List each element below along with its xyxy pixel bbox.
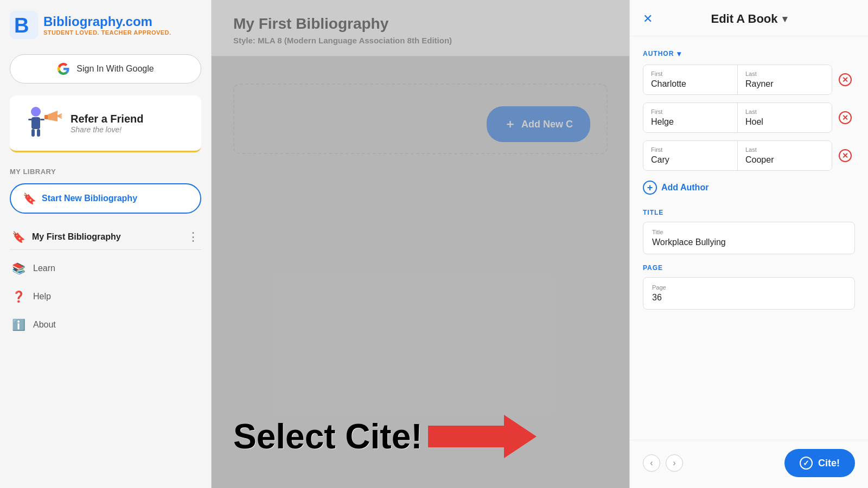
page-field-value: 36 xyxy=(652,293,846,303)
sign-in-label: Sign In With Google xyxy=(76,64,154,74)
overlay xyxy=(212,0,629,488)
author-3-last-value: Cooper xyxy=(745,155,824,165)
bookmark-icon: 🔖 xyxy=(23,192,36,205)
nav-about-label: About xyxy=(33,320,56,330)
help-icon: ❓ xyxy=(12,290,25,303)
right-panel: ✕ Edit A Book ▾ AUTHOR ▾ First Charlotte… xyxy=(629,0,868,488)
about-icon: ℹ️ xyxy=(12,318,25,331)
author-1-last-value: Rayner xyxy=(745,79,824,89)
svg-text:B: B xyxy=(14,14,29,37)
page-field-label: Page xyxy=(652,284,846,291)
logo-main-text: Bibliography.com xyxy=(43,14,171,29)
page-input-box[interactable]: Page 36 xyxy=(643,277,855,310)
author-row-3: First Cary Last Cooper ✕ xyxy=(643,140,855,171)
svg-rect-4 xyxy=(28,119,33,120)
remove-author-2-button[interactable]: ✕ xyxy=(835,102,855,133)
bibliography-item[interactable]: 🔖 My First Bibliography ⋮ xyxy=(10,224,201,250)
author-2-last-value: Hoel xyxy=(745,117,824,127)
nav-help-label: Help xyxy=(33,292,51,301)
author-3-last-label: Last xyxy=(745,146,824,153)
sign-in-button[interactable]: Sign In With Google xyxy=(10,54,201,84)
svg-rect-9 xyxy=(44,115,48,119)
next-page-button[interactable]: › xyxy=(666,454,683,472)
panel-body: AUTHOR ▾ First Charlotte Last Rayner ✕ xyxy=(630,36,868,440)
close-icon: ✕ xyxy=(643,12,653,25)
pagination-controls: ‹ › xyxy=(643,454,683,472)
nav-learn-label: Learn xyxy=(33,264,55,273)
author-2-first-label: First xyxy=(651,108,730,115)
svg-rect-5 xyxy=(40,119,44,120)
author-2-last-label: Last xyxy=(745,108,824,115)
sidebar: B Bibliography.com STUDENT LOVED. TEACHE… xyxy=(0,0,212,488)
nav-help[interactable]: ❓ Help xyxy=(10,282,201,311)
author-1-last-label: Last xyxy=(745,70,824,77)
svg-rect-3 xyxy=(31,117,40,129)
start-new-bibliography-button[interactable]: 🔖 Start New Bibliography xyxy=(10,183,201,214)
panel-header: ✕ Edit A Book ▾ xyxy=(630,0,868,36)
bib-item-label: My First Bibliography xyxy=(32,232,121,242)
add-author-icon: + xyxy=(643,181,657,195)
add-author-label: Add Author xyxy=(661,183,709,192)
svg-point-2 xyxy=(31,107,41,117)
refer-banner[interactable]: Refer a Friend Share the love! xyxy=(10,95,201,152)
cite-button[interactable]: ✓ Cite! xyxy=(784,449,855,477)
svg-rect-7 xyxy=(37,129,40,137)
logo-icon: B xyxy=(10,11,38,39)
panel-title: Edit A Book ▾ xyxy=(711,12,787,26)
remove-author-3-button[interactable]: ✕ xyxy=(835,140,855,171)
author-1-first-value: Charlotte xyxy=(651,79,730,89)
panel-title-text: Edit A Book xyxy=(711,12,777,26)
title-field-value: Workplace Bullying xyxy=(652,237,846,247)
learn-icon: 📚 xyxy=(12,262,25,275)
author-row-2: First Helge Last Hoel ✕ xyxy=(643,102,855,133)
author-3-last-field[interactable]: Last Cooper xyxy=(738,141,832,170)
author-2-first-value: Helge xyxy=(651,117,730,127)
bib-bookmark-icon: 🔖 xyxy=(12,230,25,243)
cite-label: Cite! xyxy=(818,458,840,469)
panel-footer: ‹ › ✓ Cite! xyxy=(630,440,868,488)
title-field-label: Title xyxy=(652,229,846,235)
prev-page-button[interactable]: ‹ xyxy=(643,454,660,472)
author-3-first-value: Cary xyxy=(651,155,730,165)
close-button[interactable]: ✕ xyxy=(643,12,653,26)
remove-author-1-button[interactable]: ✕ xyxy=(835,65,855,95)
cite-check-icon: ✓ xyxy=(800,457,813,470)
my-library-label: MY LIBRARY xyxy=(10,168,201,176)
title-input-box[interactable]: Title Workplace Bullying xyxy=(643,222,855,254)
author-3-first-field[interactable]: First Cary xyxy=(643,141,738,170)
dropdown-icon[interactable]: ▾ xyxy=(782,13,787,25)
nav-learn[interactable]: 📚 Learn xyxy=(10,254,201,282)
author-1-last-field[interactable]: Last Rayner xyxy=(738,65,832,94)
author-3-first-label: First xyxy=(651,146,730,153)
author-2-first-field[interactable]: First Helge xyxy=(643,103,738,132)
remove-icon-3: ✕ xyxy=(839,149,852,162)
page-section-label: PAGE xyxy=(643,264,855,272)
start-new-label: Start New Bibliography xyxy=(42,194,137,203)
refer-illustration xyxy=(20,104,63,142)
author-2-last-field[interactable]: Last Hoel xyxy=(738,103,832,132)
svg-rect-6 xyxy=(31,129,35,137)
logo-area: B Bibliography.com STUDENT LOVED. TEACHE… xyxy=(10,11,201,39)
nav-about[interactable]: ℹ️ About xyxy=(10,311,201,339)
logo-sub-text: STUDENT LOVED. TEACHER APPROVED. xyxy=(43,29,171,36)
svg-marker-8 xyxy=(47,111,58,121)
author-section-label: AUTHOR ▾ xyxy=(643,49,855,58)
refer-subtitle: Share the love! xyxy=(71,125,143,134)
remove-icon-2: ✕ xyxy=(839,111,852,124)
bib-item-menu-dots[interactable]: ⋮ xyxy=(187,230,199,244)
add-author-button[interactable]: + Add Author xyxy=(643,178,709,197)
author-dropdown-icon[interactable]: ▾ xyxy=(677,49,681,58)
google-icon xyxy=(57,62,70,75)
main-content: My First Bibliography Style: MLA 8 (Mode… xyxy=(212,0,629,488)
title-section-label: TITLE xyxy=(643,209,855,216)
remove-icon-1: ✕ xyxy=(839,73,852,86)
author-label-text: AUTHOR xyxy=(643,50,674,57)
refer-title: Refer a Friend xyxy=(71,113,143,125)
author-row-1: First Charlotte Last Rayner ✕ xyxy=(643,65,855,95)
author-1-first-label: First xyxy=(651,70,730,77)
author-1-first-field[interactable]: First Charlotte xyxy=(643,65,738,94)
